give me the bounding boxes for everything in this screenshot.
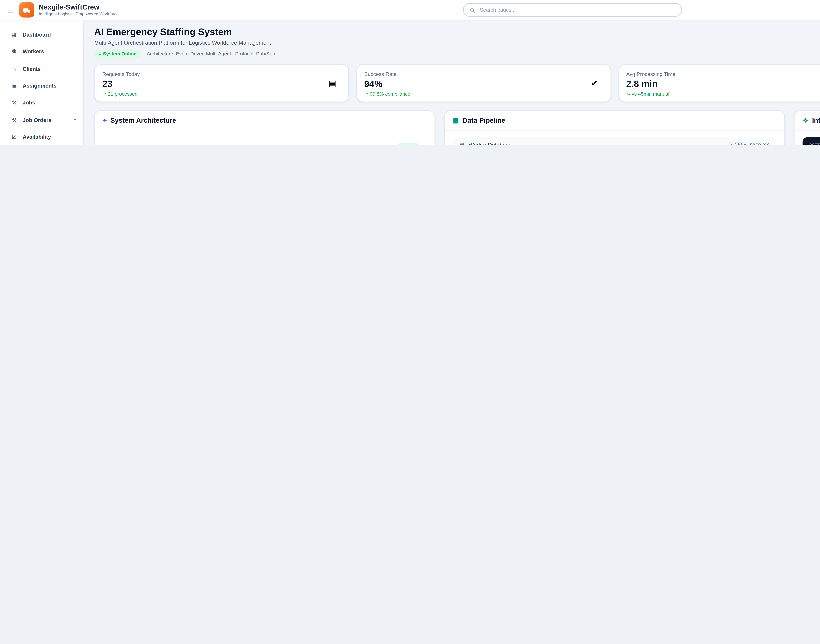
hamburger-menu-icon[interactable]: ☰ (8, 6, 13, 14)
system-online-badge: System Online (94, 50, 141, 58)
calendar-check-icon: ☑ (10, 133, 18, 140)
stat-card: Avg Processing Time 2.8 min ↘ vs 45min m… (618, 64, 820, 102)
sidebar-item-label: Availability (23, 133, 51, 140)
search-icon (469, 7, 475, 13)
sidebar-item-label: Assignments (23, 83, 57, 89)
clipboard-icon: ▤ (323, 74, 342, 93)
sidebar: ▦ Dashboard ⚉ Workers ⌂ Clients ▣ (0, 20, 84, 145)
stat-label: Requests Today (102, 71, 341, 77)
integration-apis-card: ❖ Integration APIs POST /api/v1/requests… (794, 110, 820, 145)
pipeline-row: ▤ Worker Database 5,500+ records (453, 137, 776, 145)
api-method: POST (809, 143, 820, 145)
sidebar-item-availability[interactable]: ☑ Availability NEW (2, 129, 81, 145)
component-status-badge: Active (397, 143, 420, 145)
workers-icon: ⚉ (10, 49, 18, 55)
pipeline-value: 5,500+ records (729, 142, 769, 145)
sidebar-item-label: Workers (23, 49, 44, 55)
stat-card: Success Rate 94% ↗ 99.8% compliance ✔ (356, 64, 611, 102)
stat-label: Avg Processing Time (626, 71, 820, 77)
clipboard-icon: ▣ (10, 83, 18, 89)
stat-label: Success Rate (364, 71, 603, 77)
sidebar-badge: New (58, 117, 72, 123)
data-pipeline-icon: ▦ (453, 117, 459, 124)
stat-trend: ↗ 21 processed (102, 91, 341, 97)
trend-arrow-icon: ↗ (364, 91, 368, 96)
brand-subtitle: Intelligent Logistics Empowered Workforc… (39, 11, 119, 16)
sidebar-item-label: Dashboard (23, 32, 51, 38)
building-icon: ⌂ (10, 66, 18, 72)
sidebar-item-dashboard[interactable]: ▦ Dashboard (2, 26, 81, 43)
sidebar-item-label: Clients (23, 66, 41, 72)
trend-arrow-icon: ↗ (102, 91, 106, 96)
pipeline-label: Worker Database (469, 141, 512, 145)
sidebar-item-label: Jobs (23, 100, 35, 106)
architecture-icon: ⌖ (103, 117, 107, 125)
emergency-staffing-dashboard: ☰ Nexgile-SwiftCrew Intelligent Logistic… (0, 0, 820, 145)
database-icon: ▤ (459, 142, 464, 145)
sidebar-item-label: Job Orders (23, 117, 52, 123)
page-subtitle: Multi-Agent Orchestration Platform for L… (94, 39, 275, 46)
stat-value: 2.8 min (626, 79, 820, 89)
component-name: Event Bus (110, 144, 138, 145)
api-endpoint-row: POST /api/v1/requests (803, 137, 820, 145)
briefcase-icon: ⚒ (10, 117, 18, 123)
data-pipeline-card: ▦ Data Pipeline ▤ Worker Database 5,500+… (444, 110, 785, 145)
sidebar-item-jobs[interactable]: ⚒ Jobs NEW (2, 94, 81, 111)
stat-value: 94% (364, 79, 603, 89)
architecture-meta: Architecture: Event-Driven Multi-Agent |… (147, 52, 275, 57)
sidebar-badge: NEW (61, 100, 76, 106)
sidebar-item-clients[interactable]: ⌂ Clients (2, 60, 81, 77)
brand-title: Nexgile-SwiftCrew (39, 4, 119, 11)
topbar: ☰ Nexgile-SwiftCrew Intelligent Logistic… (0, 0, 820, 20)
stats-row: Requests Today 23 ↗ 21 processed ▤ Succe… (94, 64, 820, 102)
stat-value: 23 (102, 79, 341, 89)
architecture-box: Event Bus Active Pub/Sub message broker … (103, 138, 426, 145)
brand-logo (19, 2, 34, 18)
integration-apis-icon: ❖ (803, 117, 809, 124)
card-title: Data Pipeline (463, 117, 505, 124)
main-content: AI Emergency Staffing System Multi-Agent… (84, 20, 820, 145)
stat-card: Requests Today 23 ↗ 21 processed ▤ (94, 64, 349, 102)
sidebar-item-assignments[interactable]: ▣ Assignments (2, 77, 81, 95)
sidebar-item-job-orders[interactable]: ⚒ Job Orders New ▾ (2, 111, 81, 129)
system-architecture-card: ⌖ System Architecture Event Bus Active P… (94, 110, 435, 145)
stat-trend: ↗ 99.8% compliance (364, 91, 603, 97)
search-box[interactable] (463, 3, 682, 17)
trend-arrow-icon: ↘ (626, 91, 630, 96)
briefcase-icon: ⚒ (10, 100, 18, 106)
card-title: Integration APIs (812, 117, 820, 124)
card-title: System Architecture (110, 117, 176, 124)
stat-trend: ↘ vs 45min manual (626, 91, 820, 97)
search-input[interactable] (478, 6, 676, 13)
dashboard-icon: ▦ (10, 32, 18, 38)
sidebar-badge: NEW (61, 134, 76, 140)
sidebar-item-workers[interactable]: ⚉ Workers (2, 43, 81, 60)
page-title: AI Emergency Staffing System (94, 26, 275, 37)
chevron-down-icon[interactable]: ▾ (74, 118, 76, 122)
truck-icon (22, 5, 31, 14)
check-circle-icon: ✔ (585, 74, 604, 93)
